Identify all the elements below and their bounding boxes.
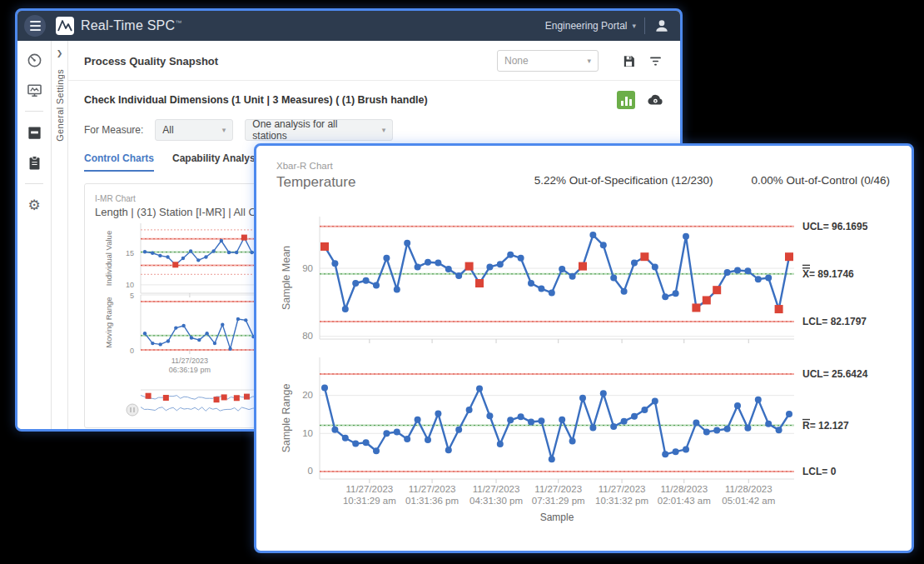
svg-text:10: 10 <box>126 281 134 289</box>
svg-text:LCL= 0: LCL= 0 <box>802 466 837 477</box>
svg-text:X= 89.1746: X= 89.1746 <box>802 268 854 280</box>
general-settings-label[interactable]: General Settings <box>55 69 65 142</box>
svg-text:11/27/2023: 11/27/2023 <box>599 484 646 494</box>
save-icon[interactable] <box>620 52 637 69</box>
xbar-r-chart-window: Xbar-R Chart Temperature 5.22% Out-of-Sp… <box>254 143 914 553</box>
svg-text:05:01:42 am: 05:01:42 am <box>722 496 775 506</box>
menu-icon[interactable] <box>24 15 46 37</box>
svg-text:5: 5 <box>130 292 134 300</box>
sidebar-divider <box>25 183 43 184</box>
svg-text:Individual Value: Individual Value <box>104 231 113 286</box>
cloud-download-icon[interactable] <box>647 92 663 108</box>
svg-text:Sample: Sample <box>540 512 574 523</box>
gauge-dashboard-icon[interactable] <box>25 51 43 69</box>
svg-text:11/27/2023: 11/27/2023 <box>534 484 582 494</box>
clipboard-icon[interactable] <box>25 153 43 172</box>
analysis-title: Check Individual Dimensions (1 Unit | 3 … <box>84 94 428 106</box>
svg-text:90: 90 <box>302 263 313 273</box>
svg-text:80: 80 <box>302 331 313 341</box>
sidebar-divider <box>25 111 43 112</box>
top-navbar: Real-Time SPC™ Engineering Portal ▾ <box>17 11 680 41</box>
general-settings-panel: ❯ General Settings <box>52 41 68 429</box>
svg-text:Moving Range: Moving Range <box>104 297 113 347</box>
xbar-r-control-chart[interactable]: 8090UCL= 96.1695X= 89.1746LCL= 82.1797Sa… <box>261 199 911 532</box>
chart-analysis-button[interactable] <box>617 91 635 109</box>
chevron-down-icon: ▾ <box>374 126 386 134</box>
svg-text:R= 12.127: R= 12.127 <box>802 420 849 432</box>
svg-text:0: 0 <box>308 466 313 476</box>
svg-text:20: 20 <box>302 390 313 400</box>
preset-dropdown[interactable]: None ▾ <box>497 50 599 72</box>
measure-dropdown[interactable]: All ▾ <box>155 119 233 141</box>
xbar-chart-title: Temperature <box>276 174 355 191</box>
svg-text:11/27/2023: 11/27/2023 <box>409 484 456 494</box>
brand-title: Real-Time SPC™ <box>81 18 181 33</box>
chevron-right-icon[interactable]: ❯ <box>57 49 63 57</box>
svg-text:Sample Mean: Sample Mean <box>281 246 292 310</box>
svg-text:07:31:29 pm: 07:31:29 pm <box>532 496 585 506</box>
svg-text:11/27/2023: 11/27/2023 <box>473 484 520 494</box>
settings-gear-icon[interactable]: ⚙ <box>25 196 43 214</box>
portal-selector[interactable]: Engineering Portal ▾ <box>545 20 636 32</box>
monitor-chart-icon[interactable] <box>25 81 43 99</box>
svg-text:02:01:43 am: 02:01:43 am <box>658 496 711 506</box>
svg-text:11/28/2023: 11/28/2023 <box>725 484 772 494</box>
svg-text:LCL= 82.1797: LCL= 82.1797 <box>802 316 867 327</box>
chevron-down-icon: ▾ <box>579 57 591 65</box>
xbar-chart-type-label: Xbar-R Chart <box>276 161 355 171</box>
trademark: ™ <box>175 19 181 27</box>
svg-text:04:31:30 pm: 04:31:30 pm <box>469 496 523 506</box>
svg-text:11/28/2023: 11/28/2023 <box>660 484 708 494</box>
user-account-icon[interactable] <box>653 17 670 34</box>
svg-text:11/27/2023: 11/27/2023 <box>171 357 208 365</box>
svg-text:Sample Range: Sample Range <box>281 384 292 453</box>
svg-text:0: 0 <box>130 347 134 355</box>
out-of-control-stat: 0.00% Out-of-Control (0/46) <box>751 174 890 187</box>
left-icon-sidebar: ⚙ <box>17 41 52 429</box>
chevron-down-icon: ▾ <box>632 22 636 30</box>
svg-text:UCL= 96.1695: UCL= 96.1695 <box>802 221 868 232</box>
inbox-icon[interactable] <box>25 123 43 142</box>
svg-text:01:31:36 pm: 01:31:36 pm <box>405 496 459 506</box>
navbar-divider <box>644 17 645 34</box>
tab-capability-analysis[interactable]: Capability Analysis <box>172 152 264 172</box>
svg-text:10:31:32 pm: 10:31:32 pm <box>595 496 648 506</box>
svg-text:UCL= 25.6424: UCL= 25.6424 <box>802 368 868 380</box>
tab-control-charts[interactable]: Control Charts <box>84 152 154 172</box>
desktop-background: { "app": {"brand": "Real-Time SPC", "bra… <box>0 0 924 564</box>
page-title: Process Quality Snapshot <box>84 55 218 67</box>
chevron-down-icon: ▾ <box>214 126 226 134</box>
page-header: Process Quality Snapshot None ▾ <box>68 41 680 81</box>
svg-text:06:36:19 pm: 06:36:19 pm <box>169 366 211 374</box>
svg-text:10: 10 <box>302 428 313 438</box>
filter-icon[interactable] <box>647 52 663 69</box>
svg-text:15: 15 <box>126 249 134 257</box>
station-analysis-dropdown[interactable]: One analysis for all stations ▾ <box>245 119 393 141</box>
svg-text:11/27/2023: 11/27/2023 <box>345 484 393 494</box>
out-of-spec-stat: 5.22% Out-of-Specification (12/230) <box>534 174 713 187</box>
for-measure-label: For Measure: <box>84 124 143 136</box>
app-logo-icon <box>56 17 74 35</box>
svg-text:10:31:29 am: 10:31:29 am <box>343 496 396 506</box>
